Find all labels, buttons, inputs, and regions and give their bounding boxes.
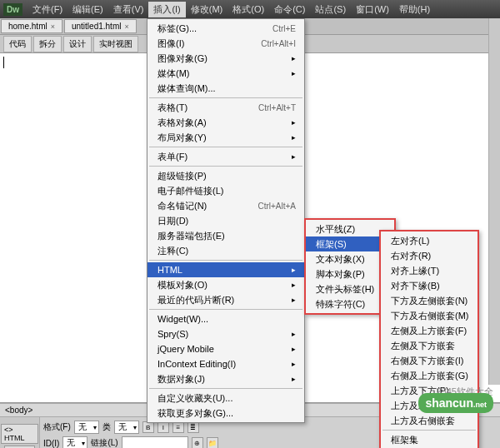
menu-help[interactable]: 帮助(H) (394, 2, 435, 17)
menu-item-label: 图像(I) (158, 37, 261, 50)
insert-menu-item[interactable]: 获取更多对象(G)... (148, 406, 304, 421)
submenu-arrow-icon: ▸ (292, 296, 296, 304)
submenu-arrow-icon: ▸ (292, 281, 296, 289)
frames-submenu-item[interactable]: 左对齐(L) (381, 233, 478, 248)
close-icon[interactable]: × (51, 22, 55, 31)
insert-menu-item[interactable]: 注释(C) (148, 243, 304, 258)
menu-item-label: 特殊字符(C) (316, 298, 378, 311)
code-view-button[interactable]: 代码 (3, 36, 32, 52)
frames-submenu-item[interactable]: 框架集 (381, 432, 478, 447)
live-view-button[interactable]: 实时视图 (93, 36, 138, 52)
menu-modify[interactable]: 修改(M) (186, 2, 228, 17)
insert-menu-item[interactable]: 数据对象(J)▸ (148, 371, 304, 386)
insert-menu-item[interactable]: 图像对象(G)▸ (148, 51, 304, 66)
frames-submenu-item[interactable]: 右对齐(R) (381, 248, 478, 263)
insert-menu-item[interactable]: 媒体(M)▸ (148, 66, 304, 81)
frames-submenu-item[interactable]: 右侧及下方嵌套(I) (381, 353, 478, 368)
list-icon[interactable]: ≣ (188, 421, 199, 433)
css-mode-button[interactable]: ⊞ CSS (4, 446, 35, 449)
insert-menu-item[interactable]: 表单(F)▸ (148, 149, 304, 164)
frames-submenu-item[interactable]: 右侧及上方嵌套(G) (381, 368, 478, 383)
link-input[interactable] (122, 436, 188, 448)
insert-menu-item[interactable]: 模板对象(O)▸ (148, 277, 304, 292)
html-mode-button[interactable]: <> HTML (1, 424, 38, 444)
close-icon[interactable]: × (124, 22, 128, 31)
frames-submenu-item[interactable]: 上方及右侧嵌套 (381, 413, 478, 428)
list-icon[interactable]: ≡ (172, 421, 184, 433)
menu-item-label: 标签(G)... (158, 22, 272, 35)
frames-submenu-item[interactable]: 左侧及上方嵌套(F) (381, 323, 478, 338)
right-panel-strip[interactable] (488, 18, 500, 385)
insert-menu-item[interactable]: 标签(G)...Ctrl+E (148, 21, 304, 36)
class-select[interactable]: 无 (114, 421, 139, 434)
submenu-arrow-icon: ▸ (292, 54, 296, 62)
insert-menu-item[interactable]: Widget(W)... (148, 311, 304, 326)
insert-menu-item[interactable]: 超级链接(P) (148, 168, 304, 183)
frames-submenu-item[interactable]: 对齐下缘(B) (381, 278, 478, 293)
menu-item-label: 模板对象(O) (158, 279, 288, 291)
id-label: ID(I) (43, 439, 59, 448)
frames-submenu-item[interactable]: 下方及左侧嵌套(N) (381, 293, 478, 308)
insert-menu-item[interactable]: 布局对象(Y)▸ (148, 130, 304, 145)
menu-site[interactable]: 站点(S) (310, 2, 351, 17)
menu-item-label: 自定义收藏夹(U)... (158, 392, 296, 405)
menu-item-label: 框架(S) (316, 238, 378, 251)
menu-item-label: 右对齐(R) (391, 250, 469, 262)
menu-item-label: Spry(S) (158, 329, 288, 339)
menu-item-label: 文本对象(X) (316, 253, 378, 266)
menu-shortcut: Ctrl+E (272, 24, 296, 33)
insert-menu-item[interactable]: 命名锚记(N)Ctrl+Alt+A (148, 198, 304, 213)
insert-menu-item[interactable]: InContext Editing(I)▸ (148, 356, 304, 371)
insert-menu-item[interactable]: 表格(T)Ctrl+Alt+T (148, 100, 304, 115)
menu-item-label: 最近的代码片断(R) (158, 294, 288, 306)
submenu-arrow-icon: ▸ (292, 266, 296, 274)
italic-icon[interactable]: I (158, 421, 169, 433)
insert-menu-item[interactable]: jQuery Mobile▸ (148, 341, 304, 356)
insert-menu-item[interactable]: 最近的代码片断(R)▸ (148, 292, 304, 307)
tag-selector[interactable]: <body> (5, 406, 32, 415)
insert-menu-item[interactable]: 电子邮件链接(L) (148, 183, 304, 198)
insert-menu-item[interactable]: 日期(D) (148, 213, 304, 228)
menu-separator (149, 147, 302, 147)
tab-home[interactable]: home.html× (1, 19, 62, 33)
menu-item-label: 注释(C) (158, 245, 296, 257)
design-view-button[interactable]: 设计 (63, 36, 92, 52)
bold-icon[interactable]: B (142, 421, 154, 433)
menu-window[interactable]: 窗口(W) (351, 2, 394, 17)
insert-menu-item[interactable]: 媒体查询(M)... (148, 81, 304, 96)
insert-menu-item[interactable]: HTML▸ (148, 262, 304, 277)
menu-item-label: 命名锚记(N) (158, 200, 258, 212)
format-label: 格式(F) (43, 421, 71, 433)
menu-edit[interactable]: 编辑(E) (68, 2, 108, 17)
menu-item-label: 左侧及下方嵌套 (391, 340, 469, 352)
menu-file[interactable]: 文件(F) (28, 2, 68, 17)
insert-menu-item[interactable]: 表格对象(A)▸ (148, 115, 304, 130)
tab-untitled[interactable]: untitled1.html× (64, 19, 137, 33)
split-view-button[interactable]: 拆分 (33, 36, 62, 52)
submenu-arrow-icon: ▸ (292, 345, 296, 353)
frames-submenu-item[interactable]: 左侧及下方嵌套 (381, 338, 478, 353)
menu-separator (382, 430, 476, 431)
menu-item-label: 数据对象(J) (158, 373, 288, 386)
menubar: Dw 文件(F) 编辑(E) 查看(V) 插入(I) 修改(M) 格式(O) 命… (0, 0, 500, 18)
menu-view[interactable]: 查看(V) (108, 2, 149, 17)
menu-insert[interactable]: 插入(I) (148, 2, 185, 17)
insert-menu-item[interactable]: 自定义收藏夹(U)... (148, 391, 304, 406)
menu-item-label: 表格对象(A) (158, 117, 288, 129)
id-select[interactable]: 无 (62, 436, 88, 448)
frames-submenu-item[interactable]: 对齐上缘(T) (381, 263, 478, 278)
menu-item-label: 对齐上缘(T) (391, 265, 469, 277)
insert-menu-item[interactable]: 服务器端包括(E) (148, 228, 304, 243)
menu-format[interactable]: 格式(O) (228, 2, 269, 17)
frames-submenu-item[interactable]: 下方及右侧嵌套(M) (381, 308, 478, 323)
insert-menu-item[interactable]: 图像(I)Ctrl+Alt+I (148, 36, 304, 51)
app-logo: Dw (3, 3, 22, 16)
menu-item-label: 日期(D) (158, 215, 296, 227)
menu-commands[interactable]: 命令(C) (269, 2, 310, 17)
link-folder-icon[interactable]: ⊕ (192, 437, 203, 448)
menu-item-label: 布局对象(Y) (158, 132, 288, 144)
menu-item-label: 水平线(Z) (316, 223, 386, 236)
link-browse-icon[interactable]: 📁 (207, 437, 218, 448)
format-select[interactable]: 无 (74, 421, 99, 434)
insert-menu-item[interactable]: Spry(S)▸ (148, 326, 304, 341)
